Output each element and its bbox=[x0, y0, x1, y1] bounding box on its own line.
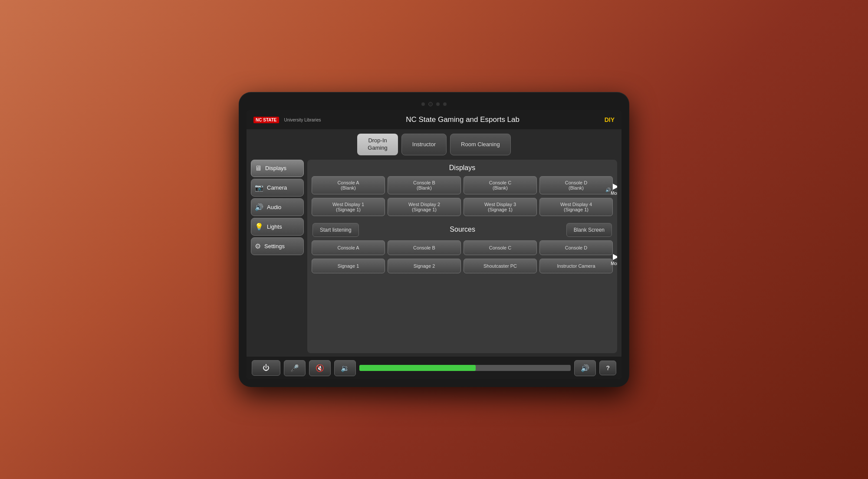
diy-label: DIY bbox=[605, 116, 615, 123]
more-displays-label: More bbox=[611, 191, 617, 196]
source-console-d[interactable]: Console D bbox=[539, 240, 613, 255]
sidebar-item-lights[interactable]: 💡 Lights bbox=[251, 218, 304, 236]
source-signage-1[interactable]: Signage 1 bbox=[312, 259, 385, 273]
content-panel: Displays Console A(Blank) Console B(Blan… bbox=[307, 160, 617, 353]
main-content: 🖥 Displays 📷 Camera 🔊 Audio 💡 Lights ⚙ bbox=[247, 160, 621, 357]
display-west-1[interactable]: West Display 1(Signage 1) bbox=[312, 198, 385, 216]
blank-screen-button[interactable]: Blank Screen bbox=[566, 223, 612, 237]
sidebar-label-lights: Lights bbox=[267, 223, 282, 230]
more-sources-button[interactable]: ▶ More bbox=[611, 252, 617, 266]
sensor-dot bbox=[436, 102, 440, 106]
volume-down-button[interactable]: 🔉 bbox=[334, 360, 356, 376]
audio-icon: 🔊 bbox=[255, 203, 263, 211]
sources-row-2: Signage 1 Signage 2 Shoutcaster PC Instr… bbox=[312, 259, 613, 273]
more-sources-arrow: ▶ bbox=[613, 252, 617, 261]
start-listening-button[interactable]: Start listening bbox=[312, 223, 359, 237]
source-console-c[interactable]: Console C bbox=[464, 240, 537, 255]
help-button[interactable]: ? bbox=[599, 361, 616, 375]
tablet-device: NC STATE University Libraries NC State G… bbox=[239, 92, 629, 387]
sidebar-label-settings: Settings bbox=[264, 243, 285, 249]
sidebar-label-camera: Camera bbox=[267, 184, 287, 191]
bottom-bar: ⏻ 🎤 🔇 🔉 🔊 ? bbox=[247, 357, 621, 379]
tab-row: Drop-InGaming Instructor Room Cleaning bbox=[247, 129, 621, 160]
sidebar-item-audio[interactable]: 🔊 Audio bbox=[251, 198, 304, 216]
camera-lens bbox=[428, 102, 433, 106]
header: NC STATE University Libraries NC State G… bbox=[247, 110, 621, 129]
display-west-3[interactable]: West Display 3(Signage 1) bbox=[464, 198, 537, 216]
display-row-1: Console A(Blank) Console B(Blank) Consol… bbox=[312, 176, 613, 194]
power-icon: ⏻ bbox=[263, 364, 270, 372]
mute-icon: 🔇 bbox=[316, 364, 324, 372]
display-west-2[interactable]: West Display 2(Signage 1) bbox=[388, 198, 461, 216]
displays-section-title: Displays bbox=[312, 164, 613, 172]
sidebar-item-settings[interactable]: ⚙ Settings bbox=[251, 237, 304, 255]
display-console-a[interactable]: Console A(Blank) bbox=[312, 176, 385, 194]
lights-icon: 💡 bbox=[255, 223, 263, 231]
source-console-a[interactable]: Console A bbox=[312, 240, 385, 255]
speaker-active-icon: 🔊 bbox=[605, 187, 611, 192]
source-signage-2[interactable]: Signage 2 bbox=[388, 259, 461, 273]
tab-instructor[interactable]: Instructor bbox=[401, 134, 447, 155]
sidebar-item-camera[interactable]: 📷 Camera bbox=[251, 179, 304, 197]
display-console-b[interactable]: Console B(Blank) bbox=[388, 176, 461, 194]
more-displays-button[interactable]: ▶ More bbox=[611, 181, 617, 196]
volume-up-icon: 🔊 bbox=[581, 364, 589, 372]
sources-row-1: Console A Console B Console C Console D bbox=[312, 240, 613, 255]
university-text: University Libraries bbox=[284, 118, 321, 122]
sources-section-title: Sources bbox=[359, 226, 566, 233]
camera-icon: 📷 bbox=[255, 184, 263, 192]
display-west-4[interactable]: West Display 4(Signage 1) bbox=[539, 198, 613, 216]
sidebar: 🖥 Displays 📷 Camera 🔊 Audio 💡 Lights ⚙ bbox=[251, 160, 307, 353]
display-console-c[interactable]: Console C(Blank) bbox=[464, 176, 537, 194]
mute-button[interactable]: 🔇 bbox=[309, 360, 331, 376]
source-instructor-camera[interactable]: Instructor Camera bbox=[539, 259, 613, 273]
camera-indicator bbox=[421, 102, 425, 106]
source-console-b[interactable]: Console B bbox=[388, 240, 461, 255]
tab-room-cleaning[interactable]: Room Cleaning bbox=[450, 134, 511, 155]
ncstate-badge: NC STATE bbox=[253, 117, 279, 123]
display-console-d[interactable]: Console D(Blank) 🔊 bbox=[539, 176, 613, 194]
sidebar-item-displays[interactable]: 🖥 Displays bbox=[251, 160, 304, 177]
more-displays-arrow: ▶ bbox=[613, 181, 617, 191]
volume-container bbox=[359, 365, 571, 371]
volume-fill bbox=[359, 365, 476, 371]
camera-bar bbox=[247, 100, 621, 108]
settings-icon: ⚙ bbox=[255, 242, 261, 250]
more-sources-label: More bbox=[611, 261, 617, 266]
tab-drop-in-gaming[interactable]: Drop-InGaming bbox=[357, 134, 398, 155]
sidebar-label-audio: Audio bbox=[267, 204, 281, 210]
power-button[interactable]: ⏻ bbox=[252, 360, 280, 376]
volume-down-icon: 🔉 bbox=[341, 364, 349, 372]
volume-bar[interactable] bbox=[359, 365, 571, 371]
mic-button[interactable]: 🎤 bbox=[284, 360, 306, 376]
mic-icon: 🎤 bbox=[290, 364, 299, 372]
volume-up-button[interactable]: 🔊 bbox=[574, 360, 596, 376]
action-row: Start listening Sources Blank Screen bbox=[312, 223, 613, 237]
screen: NC STATE University Libraries NC State G… bbox=[247, 110, 621, 379]
source-shoutcaster[interactable]: Shoutcaster PC bbox=[464, 259, 537, 273]
sidebar-label-displays: Displays bbox=[265, 165, 286, 171]
displays-icon: 🖥 bbox=[255, 164, 262, 172]
display-row-2: West Display 1(Signage 1) West Display 2… bbox=[312, 198, 613, 216]
page-title: NC State Gaming and Esports Lab bbox=[326, 115, 599, 124]
sensor-dot2 bbox=[443, 102, 447, 106]
